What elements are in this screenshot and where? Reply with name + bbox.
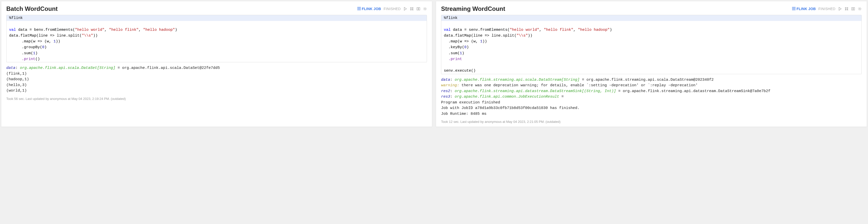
svg-point-6	[424, 7, 427, 10]
code-editor[interactable]: %flink val data = benv.fromElements("hel…	[6, 15, 427, 62]
gear-icon[interactable]	[858, 7, 862, 11]
panel-header: Streaming WordCount FLINK JOB FINISHED	[441, 5, 862, 12]
svg-rect-8	[792, 8, 796, 9]
run-icon[interactable]	[403, 7, 407, 11]
run-icon[interactable]	[838, 7, 842, 11]
svg-rect-2	[357, 9, 361, 10]
bars-icon	[792, 7, 796, 11]
paragraph-streaming: Streaming WordCount FLINK JOB FINISHED %…	[436, 1, 867, 127]
svg-rect-1	[357, 8, 361, 9]
svg-point-13	[859, 7, 861, 10]
svg-rect-10	[851, 7, 853, 10]
flink-job-label: FLINK JOB	[362, 7, 381, 11]
svg-rect-9	[792, 9, 796, 10]
svg-rect-11	[854, 7, 855, 10]
status-text: FINISHED	[818, 7, 835, 11]
panel-header: Batch WordCount FLINK JOB FINISHED	[6, 5, 427, 12]
flink-job-link[interactable]: FLINK JOB	[357, 7, 381, 11]
footer-text: Took 56 sec. Last updated by anonymous a…	[6, 97, 427, 101]
gear-icon[interactable]	[423, 7, 427, 11]
collapse-icon[interactable]	[410, 7, 414, 11]
svg-point-12	[859, 8, 860, 9]
flink-job-label: FLINK JOB	[797, 7, 816, 11]
flink-job-link[interactable]: FLINK JOB	[792, 7, 816, 11]
panel-title: Streaming WordCount	[441, 5, 792, 12]
svg-point-5	[425, 8, 426, 9]
svg-rect-4	[418, 7, 420, 10]
svg-rect-3	[417, 7, 418, 10]
footer-text: Took 12 sec. Last updated by anonymous a…	[441, 120, 862, 124]
svg-rect-0	[357, 7, 361, 7]
status-text: FINISHED	[383, 7, 401, 11]
output-area: data: org.apache.flink.streaming.api.sca…	[441, 77, 862, 117]
book-icon[interactable]	[851, 7, 855, 11]
toolbar: FLINK JOB FINISHED	[792, 7, 862, 11]
output-area: data: org.apache.flink.api.scala.DataSet…	[6, 65, 427, 94]
collapse-icon[interactable]	[844, 7, 848, 11]
paragraph-batch: Batch WordCount FLINK JOB FINISHED %flin…	[1, 1, 432, 127]
bars-icon	[357, 7, 361, 11]
book-icon[interactable]	[416, 7, 421, 11]
toolbar: FLINK JOB FINISHED	[357, 7, 427, 11]
panel-title: Batch WordCount	[6, 5, 357, 12]
svg-rect-7	[792, 7, 796, 7]
code-editor[interactable]: %flink val data = senv.fromElements("hel…	[441, 15, 862, 74]
